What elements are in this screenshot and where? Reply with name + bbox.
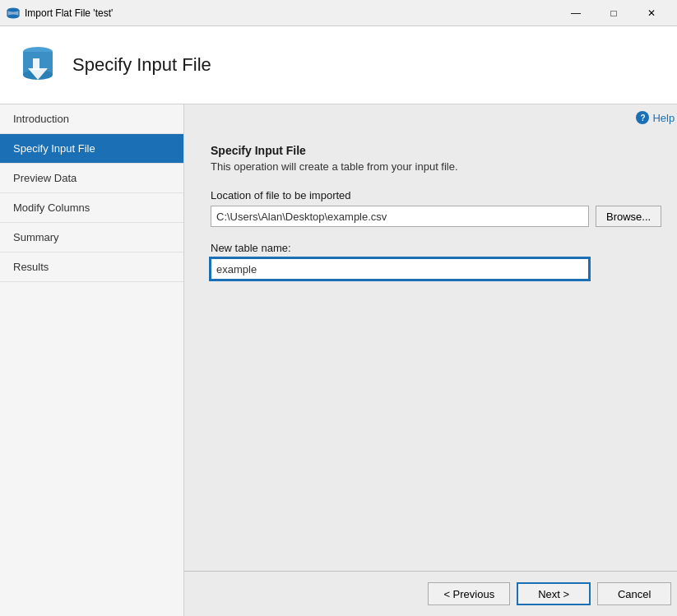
help-label: Help <box>652 112 675 124</box>
content-inner: Specify Input File This operation will c… <box>184 124 677 571</box>
sidebar-item-preview-data[interactable]: Preview Data <box>0 164 183 193</box>
help-link[interactable]: ? Help <box>636 111 675 124</box>
close-button[interactable]: ✕ <box>633 0 670 26</box>
table-name-label: New table name: <box>211 242 661 254</box>
sidebar-item-specify-input-file[interactable]: Specify Input File <box>0 134 183 164</box>
cancel-button[interactable]: Cancel <box>597 582 671 605</box>
previous-button[interactable]: < Previous <box>428 582 510 605</box>
window-title: Import Flat File 'test' <box>25 7 557 19</box>
maximize-button[interactable]: □ <box>595 0 633 26</box>
table-name-input[interactable] <box>211 258 589 280</box>
sidebar-item-summary[interactable]: Summary <box>0 223 183 252</box>
svg-point-2 <box>7 14 19 18</box>
main-layout: Introduction Specify Input File Preview … <box>0 104 677 616</box>
sidebar: Introduction Specify Input File Preview … <box>0 104 184 616</box>
sidebar-item-introduction[interactable]: Introduction <box>0 104 183 134</box>
browse-button[interactable]: Browse... <box>596 206 661 227</box>
section-desc: This operation will create a table from … <box>211 160 661 173</box>
sidebar-item-modify-columns[interactable]: Modify Columns <box>0 193 183 223</box>
section-title: Specify Input File <box>211 144 661 157</box>
sidebar-item-results[interactable]: Results <box>0 252 183 282</box>
file-location-label: Location of file to be imported <box>211 189 661 201</box>
titlebar: Import Flat File 'test' — □ ✕ <box>0 0 677 26</box>
file-location-input[interactable] <box>211 206 589 227</box>
next-button[interactable]: Next > <box>517 582 591 605</box>
table-name-row <box>211 258 661 280</box>
dialog-header: Specify Input File <box>0 26 677 104</box>
help-icon: ? <box>636 111 649 124</box>
help-row: ? Help <box>184 104 677 124</box>
app-icon <box>7 7 20 20</box>
svg-rect-6 <box>33 58 39 70</box>
page-title: Specify Input File <box>72 54 211 76</box>
footer: < Previous Next > Cancel <box>184 571 677 616</box>
window-controls[interactable]: — □ ✕ <box>557 0 670 26</box>
content-area: ? Help Specify Input File This operation… <box>184 104 677 616</box>
database-icon <box>16 44 59 86</box>
minimize-button[interactable]: — <box>557 0 595 26</box>
file-location-row: Browse... <box>211 206 661 227</box>
